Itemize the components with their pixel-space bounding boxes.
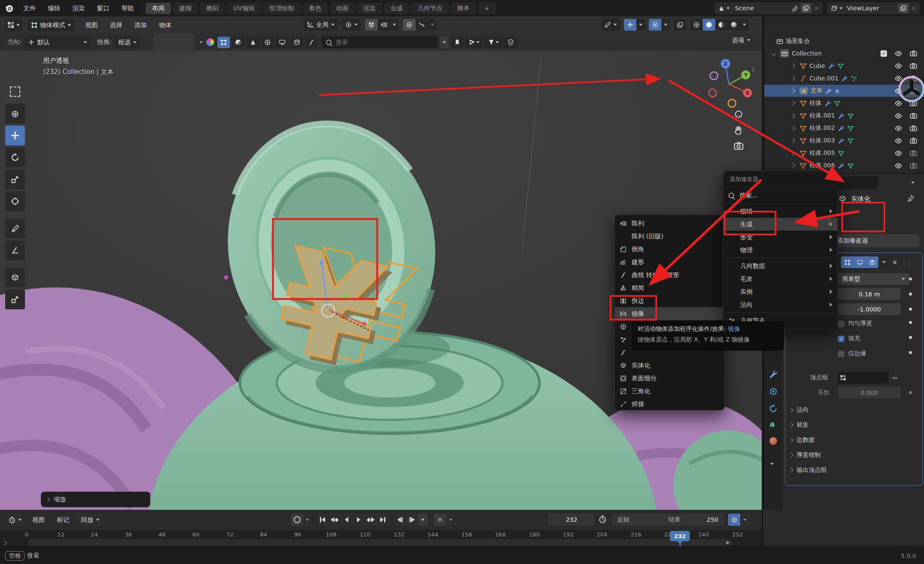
outliner-row-object[interactable]: 柱体.006 — [764, 160, 924, 172]
blender-logo-icon[interactable] — [4, 3, 15, 13]
tool-drag-dropdown[interactable]: 框选 — [115, 36, 140, 49]
tool-cursor[interactable]: ⊕ — [5, 104, 25, 123]
viewport-menu-object[interactable]: 物体 — [155, 19, 175, 31]
section-thickness-clamp[interactable]: 厚度钳制 — [789, 451, 821, 459]
new-viewlayer-button[interactable] — [898, 3, 908, 13]
hide-eye-icon[interactable] — [895, 50, 902, 57]
remove-viewlayer-button[interactable]: × — [911, 5, 916, 12]
section-edge-data[interactable]: 边数据 — [789, 436, 815, 444]
tool-add-primitive[interactable] — [5, 268, 25, 287]
outliner-row-object-selected[interactable]: a 文本 a — [764, 85, 924, 97]
outliner-row-object[interactable]: Cube — [764, 60, 924, 72]
submenu-solidify[interactable]: 实体化 — [615, 359, 724, 372]
outliner-row-object[interactable]: 柱体 — [764, 97, 924, 109]
transform-orientation-dropdown[interactable]: 全局 — [304, 18, 338, 31]
scene-selector[interactable]: Scene × — [715, 2, 822, 14]
edit-mode-display-toggle[interactable] — [841, 256, 853, 268]
tab-output-icon[interactable] — [276, 37, 288, 48]
ruler-expand-icon[interactable] — [2, 540, 6, 545]
editor-type-dropdown[interactable] — [5, 19, 22, 31]
menu-file[interactable]: 文件 — [19, 3, 40, 14]
viewport-menu-select[interactable]: 选择 — [106, 19, 126, 31]
modifier-wrench-icon[interactable] — [828, 63, 834, 69]
camera-view-icon[interactable] — [734, 141, 744, 151]
mode-dropdown[interactable]: 物体模式 — [28, 19, 74, 31]
outliner-row-object[interactable]: 柱体.005 — [764, 147, 924, 159]
submenu-subsurf[interactable]: 表面细分 — [615, 372, 724, 385]
render-camera-icon[interactable] — [910, 62, 917, 70]
section-normals[interactable]: 法向 — [789, 406, 809, 414]
hide-eye-icon[interactable] — [895, 87, 902, 95]
fill-rim-checkbox[interactable] — [838, 336, 844, 342]
animate-dot[interactable] — [909, 293, 912, 296]
timeline-editor-type[interactable] — [6, 514, 24, 526]
outliner-row-object[interactable]: 柱体.003 — [764, 135, 924, 147]
menu-item-hair[interactable]: 毛发 — [723, 272, 837, 285]
tab-modifiers-icon[interactable] — [769, 370, 778, 379]
prev-keyframe-button[interactable] — [329, 514, 341, 526]
menu-item-edit[interactable]: 编辑 — [723, 205, 837, 218]
xray-toggle[interactable] — [674, 19, 686, 31]
invert-vertex-group-button[interactable]: ↔ — [889, 372, 901, 384]
proportional-edit-toggle[interactable] — [403, 19, 415, 31]
modifier-wrench-icon[interactable] — [825, 88, 832, 94]
viewlayer-selector[interactable]: ViewLayer × — [828, 2, 920, 14]
submenu-mirror[interactable]: 镜像 — [615, 307, 724, 320]
loop-dropdown[interactable] — [446, 514, 456, 526]
gizmo-minus-x[interactable] — [709, 89, 716, 97]
pin-icon[interactable] — [907, 194, 915, 202]
only-rim-checkbox[interactable] — [838, 351, 844, 357]
unlink-scene-button[interactable]: × — [814, 5, 819, 12]
frame-end-field[interactable]: 结束250 — [663, 514, 723, 526]
shading-rendered[interactable] — [728, 19, 740, 31]
gizmos-dropdown[interactable] — [636, 19, 645, 31]
shading-wireframe[interactable] — [690, 19, 703, 31]
menu-search[interactable]: 搜索... — [723, 189, 837, 202]
snap-dropdown[interactable] — [390, 19, 399, 31]
workspace-tab-uv[interactable]: UV编辑 — [227, 3, 261, 14]
section-materials[interactable]: 材质 — [789, 421, 809, 429]
viewport-menu-view[interactable]: 视图 — [81, 19, 102, 31]
gizmo-x[interactable]: X — [746, 90, 750, 96]
step-dropdown[interactable] — [418, 514, 428, 526]
render-camera-disabled-icon[interactable] — [910, 162, 917, 170]
submenu-decimate[interactable]: 精简 — [615, 281, 724, 294]
frame-back-button[interactable] — [394, 514, 406, 526]
pin-icon[interactable] — [792, 5, 798, 12]
modifier-extras-dropdown[interactable] — [879, 256, 889, 268]
gizmos-toggle[interactable] — [624, 19, 636, 31]
tab-tool-icon[interactable] — [217, 37, 230, 48]
tab-particles-icon[interactable] — [769, 387, 778, 396]
play-reverse-button[interactable] — [341, 514, 353, 526]
menu-help[interactable]: 帮助 — [117, 3, 138, 14]
workspace-tab-rendering[interactable]: 渲染 — [357, 3, 382, 14]
outliner-row-object[interactable]: Cube.001 — [764, 72, 924, 84]
outliner-row-scene-collection[interactable]: 场景集合 — [764, 35, 924, 47]
current-frame-marker[interactable]: 232 — [670, 531, 690, 541]
zoom-icon[interactable] — [733, 108, 744, 120]
filter-funnel[interactable] — [485, 37, 502, 48]
workspace-tab-add[interactable]: + — [478, 3, 496, 14]
tool-tab[interactable] — [153, 34, 195, 50]
timeline-ruler[interactable]: 0 12 24 36 48 60 72 84 96 108 120 132 14… — [0, 530, 762, 546]
snap-settings[interactable] — [378, 19, 390, 31]
offset-field[interactable]: -1.0000 — [838, 303, 901, 315]
collection-checkbox[interactable] — [881, 50, 887, 57]
gizmo-z[interactable]: Z — [724, 61, 727, 67]
tab-material-icon[interactable] — [769, 437, 777, 445]
tool-measure[interactable]: ∠ — [5, 240, 25, 260]
auto-keyframe-toggle[interactable] — [291, 514, 303, 526]
even-thickness-checkbox[interactable] — [838, 321, 844, 327]
properties-options-dropdown[interactable] — [904, 176, 922, 189]
collapse-icon[interactable] — [771, 51, 776, 55]
overlays-toggle[interactable] — [649, 19, 661, 31]
gizmo-minus-z[interactable] — [728, 99, 736, 107]
operator-panel[interactable]: 缩放 — [41, 492, 150, 507]
outliner-row-collection[interactable]: Collection — [764, 47, 924, 59]
overlays-dropdown[interactable] — [661, 19, 670, 31]
solidify-mode-dropdown[interactable]: 简单型 — [838, 273, 909, 285]
hierarchy-filter[interactable] — [465, 37, 483, 48]
submenu-array[interactable]: 阵列 — [615, 217, 724, 230]
tool-extrude[interactable] — [5, 290, 25, 309]
pivot-point-dropdown[interactable] — [342, 18, 361, 31]
